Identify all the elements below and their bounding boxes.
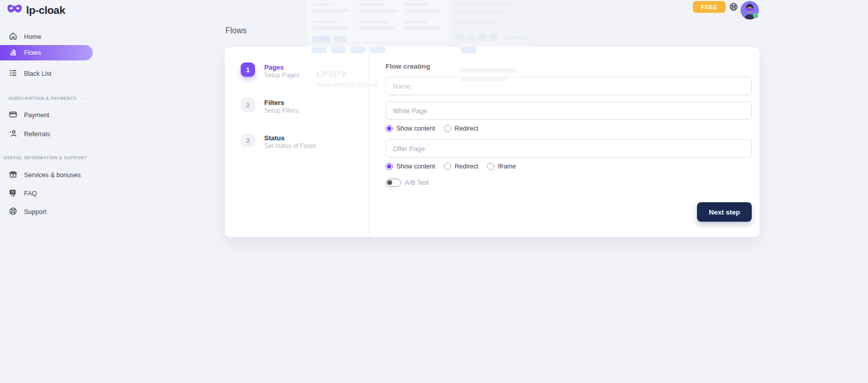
mask-icon	[7, 4, 23, 16]
online-status-dot	[753, 13, 758, 18]
language-globe-icon[interactable]	[729, 3, 738, 11]
offer-show-content-radio[interactable]: Show content	[386, 163, 435, 170]
sidebar: lp-cloak Home Flows	[0, 0, 93, 383]
flow-creating-card: 1 Pages Setup Pages 2 Filters Setup Filt…	[225, 47, 759, 237]
home-icon	[9, 32, 17, 42]
sidebar-item-referrals[interactable]: Referrals	[0, 128, 93, 140]
form-title: Flow creating	[386, 62, 752, 71]
step-title: Filters	[264, 99, 299, 107]
step-number: 2	[241, 98, 255, 112]
sidebar-item-support[interactable]: Support	[0, 206, 93, 218]
offer-iframe-radio[interactable]: Iframe	[487, 163, 516, 170]
radio-icon	[487, 163, 494, 170]
ab-test-toggle[interactable]	[386, 179, 401, 187]
flow-name-input[interactable]	[386, 77, 752, 95]
white-page-options: Show content Redirect	[386, 124, 752, 132]
sidebar-item-label: Flows	[24, 49, 41, 56]
sidebar-item-black-list[interactable]: Black List	[0, 68, 93, 80]
sidebar-item-label: Black List	[24, 70, 52, 77]
radio-icon	[386, 125, 393, 132]
offer-page-input[interactable]	[386, 139, 752, 158]
plan-badge[interactable]: FREE	[693, 1, 726, 13]
radio-label: Show content	[396, 163, 435, 170]
sidebar-section-subscription: SUBSCRIPTION & PAYMENTS	[0, 95, 93, 101]
radio-label: Redirect	[455, 163, 479, 170]
step-number: 3	[241, 133, 255, 147]
stepper-step-pages[interactable]: 1 Pages Setup Pages	[241, 62, 369, 79]
radio-icon	[444, 125, 451, 132]
stepper: 1 Pages Setup Pages 2 Filters Setup Filt…	[225, 47, 369, 237]
step-subtitle: Setup Filters	[264, 107, 299, 115]
ab-test-row: A/B Test	[386, 179, 752, 187]
step-title: Status	[264, 134, 316, 142]
page-title: Flows	[225, 26, 247, 35]
brand-logo[interactable]: lp-cloak	[7, 4, 65, 16]
sidebar-item-label: Payment	[24, 112, 49, 119]
payment-icon	[9, 110, 17, 120]
sidebar-item-home[interactable]: Home	[0, 31, 93, 43]
next-step-button[interactable]: Next step	[697, 202, 752, 222]
support-icon	[9, 207, 17, 217]
radio-icon	[386, 163, 393, 170]
sidebar-item-label: Support	[24, 208, 47, 216]
sidebar-item-services[interactable]: Services & bonuses	[0, 169, 93, 181]
faq-icon: ?!	[9, 188, 17, 199]
white-redirect-radio[interactable]: Redirect	[444, 125, 479, 132]
flows-icon	[9, 48, 17, 58]
sidebar-section-useful: USEFUL INFORMATION & SUPPORT	[0, 155, 93, 161]
offer-page-options: Show content Redirect Iframe	[386, 162, 752, 170]
sidebar-item-label: Services & bonuses	[24, 172, 80, 179]
white-show-content-radio[interactable]: Show content	[386, 125, 435, 132]
referrals-icon	[9, 129, 17, 139]
step-number: 1	[241, 62, 255, 77]
offer-redirect-radio[interactable]: Redirect	[444, 163, 479, 170]
stepper-step-status[interactable]: 3 Status Set status of Flows	[241, 133, 369, 150]
blacklist-icon	[9, 69, 17, 79]
flow-creating-form: Flow creating Show content Redirect Show…	[369, 47, 759, 237]
brand-name: lp-cloak	[26, 4, 65, 16]
svg-text:?!: ?!	[11, 190, 14, 194]
step-title: Pages	[264, 63, 300, 71]
ab-test-label: A/B Test	[405, 179, 429, 186]
gift-icon	[9, 170, 17, 180]
sidebar-item-label: Home	[24, 33, 41, 40]
radio-label: Redirect	[455, 125, 479, 132]
white-page-input[interactable]	[386, 101, 752, 120]
radio-icon	[444, 163, 451, 170]
ghost-panel	[306, 0, 450, 42]
radio-label: Show content	[396, 125, 435, 132]
sidebar-item-label: Referrals	[24, 131, 50, 138]
app-root: lp-cloak Home Flows	[0, 0, 868, 383]
sidebar-item-faq[interactable]: ?! FAQ	[0, 187, 93, 200]
step-subtitle: Set status of Flows	[264, 142, 316, 150]
sidebar-item-label: FAQ	[24, 190, 37, 197]
sidebar-item-payment[interactable]: Payment	[0, 109, 93, 121]
stepper-step-filters[interactable]: 2 Filters Setup Filters	[241, 98, 369, 115]
radio-label: Iframe	[498, 163, 516, 170]
sidebar-item-flows[interactable]: Flows	[0, 45, 93, 60]
step-subtitle: Setup Pages	[264, 72, 300, 79]
